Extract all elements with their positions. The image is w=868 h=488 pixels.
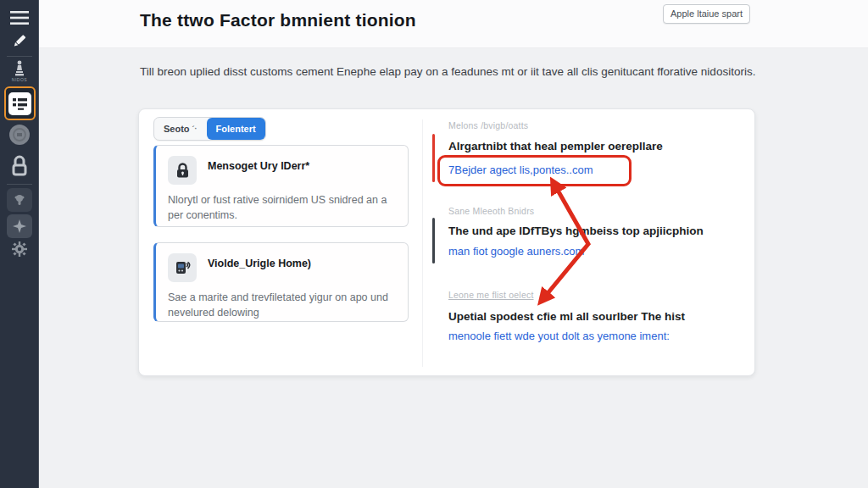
page-title: The ttwo Factor bmnient tionion — [140, 10, 416, 30]
tab-label: Seoto — [164, 124, 190, 134]
sidebar-item-coin[interactable] — [0, 124, 39, 146]
header-action-button[interactable]: Apple ltaiue spart — [663, 4, 750, 24]
card-divider — [422, 119, 423, 367]
step3-link[interactable]: menoole fiett wde yout dolt as yemone im… — [448, 330, 670, 342]
option-body: Nlorytl or fust rative soirnidem US snid… — [168, 192, 396, 223]
page-header: The ttwo Factor bmnient tionion Apple lt… — [39, 0, 868, 48]
sidebar-item-edit[interactable] — [0, 30, 39, 51]
option-tile-mobile-home[interactable]: Violde_Urigle Home) Sae a marite and tre… — [153, 242, 409, 322]
step1-link[interactable]: 7Bejder agect lis,pontes..com — [448, 164, 593, 176]
padlock-outline-icon — [11, 155, 28, 177]
coin-icon — [8, 124, 31, 146]
step1-label: Melons /bvigb/oatts — [448, 120, 528, 130]
option-title: Mensoget Ury IDerr* — [208, 156, 309, 172]
step2-accent-bar — [432, 218, 435, 263]
step2-heading: The und ape IDfTBys hgmbeiss top apjiicp… — [448, 225, 704, 237]
step2-link[interactable]: man fiot google auners.com — [448, 245, 584, 258]
sidebar: NIDOS — [0, 0, 39, 488]
form-icon — [8, 92, 31, 115]
option-tile-manager[interactable]: Mensoget Ury IDerr* Nlorytl or fust rati… — [153, 145, 409, 227]
step1-accent-bar — [432, 134, 435, 182]
sidebar-item-sparkle[interactable] — [0, 214, 39, 238]
tab-seoto[interactable]: Seoto ´· — [154, 118, 207, 140]
sidebar-divider — [7, 56, 32, 57]
settings-card: Seoto ´· Folentert Mensoget Ury IDerr* N… — [138, 108, 755, 376]
hand-down-icon — [7, 188, 32, 212]
sparkle-icon — [7, 214, 32, 238]
sidebar-item-settings[interactable] — [0, 241, 39, 258]
step2-label: Sane Mleeoth Bnidrs — [448, 206, 534, 216]
tab-label: Folentert — [216, 124, 256, 134]
step3-label: Leone me flist oelect — [448, 290, 534, 300]
statue-icon — [14, 60, 25, 77]
menu-button[interactable] — [0, 8, 39, 28]
device-icon — [168, 253, 197, 282]
gear-icon — [12, 241, 27, 257]
sidebar-item-hand[interactable] — [0, 188, 39, 212]
step1-heading: Alrgartnibt that heal pempler oerepllare — [448, 140, 663, 152]
sidebar-mini-label: NIDOS — [0, 77, 39, 82]
lock-icon — [168, 156, 197, 185]
sidebar-divider — [7, 184, 32, 185]
option-body: Sae a marite and trevfiletated yigur on … — [168, 290, 396, 320]
sidebar-item-statue[interactable] — [0, 59, 39, 78]
option-title: Violde_Urigle Home) — [208, 253, 311, 269]
caret-icon: ´· — [192, 125, 198, 133]
sidebar-item-lock[interactable] — [0, 154, 39, 178]
sidebar-item-forms-selected[interactable] — [4, 86, 36, 120]
tab-group: Seoto ´· Folentert — [153, 117, 266, 141]
tab-folentert[interactable]: Folentert — [207, 118, 265, 140]
intro-paragraph: Till breon uplied disst customs cement E… — [140, 64, 801, 81]
hamburger-icon — [9, 10, 30, 25]
pencil-icon — [11, 32, 28, 49]
step3-heading: Upetial spodest cfie ml all sourlber The… — [448, 310, 685, 323]
